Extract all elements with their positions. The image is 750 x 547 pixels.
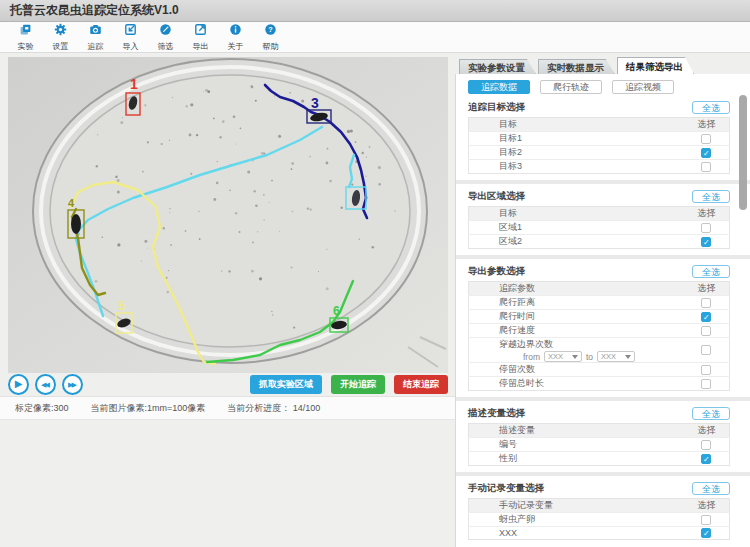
toolbar-help-button[interactable]: ? 帮助 bbox=[253, 22, 288, 52]
table-row: 停留总时长 bbox=[469, 377, 730, 391]
subtab-tracking-video[interactable]: 追踪视频 bbox=[612, 80, 674, 94]
section-divider bbox=[456, 472, 750, 476]
export-icon bbox=[194, 22, 207, 40]
table-row: 爬行速度 bbox=[469, 324, 730, 338]
fast-forward-icon: ▶▶ bbox=[68, 381, 77, 388]
params-table: 追踪参数选择 爬行距离 爬行时间✓ 爬行速度 穿越边界次数 from XXX t… bbox=[468, 281, 730, 391]
table-row: 编号 bbox=[469, 438, 730, 452]
table-row: 蚜虫产卵 bbox=[469, 513, 730, 527]
subtab-crawl-track[interactable]: 爬行轨迹 bbox=[540, 80, 602, 94]
window-title: 托普云农昆虫追踪定位系统V1.0 bbox=[0, 0, 750, 22]
manual-table: 手动记录变量选择 蚜虫产卵 XXX✓ bbox=[468, 498, 730, 540]
section-title-manual: 手动记录变量选择 bbox=[468, 482, 544, 495]
range-from-select[interactable]: XXX bbox=[544, 351, 582, 362]
analysis-progress: 当前分析进度： 14/100 bbox=[227, 402, 320, 415]
info-icon bbox=[229, 22, 242, 40]
range-to-select[interactable]: XXX bbox=[597, 351, 635, 362]
table-row: 爬行时间✓ bbox=[469, 310, 730, 324]
camera-icon bbox=[89, 22, 102, 40]
select-all-regions-button[interactable]: 全选 bbox=[692, 190, 730, 203]
marker-label-1: 1 bbox=[130, 76, 138, 92]
export-type-switch: 追踪数据 爬行轨迹 追踪视频 bbox=[468, 80, 730, 94]
status-bar: 标定像素:300 当前图片像素:1mm=100像素 当前分析进度： 14/100 bbox=[0, 396, 455, 420]
toolbar-about-button[interactable]: 关于 bbox=[218, 22, 253, 52]
settings-gear-icon bbox=[54, 22, 67, 40]
table-row: 目标1 bbox=[469, 132, 730, 146]
calibration-pixels: 标定像素:300 bbox=[15, 402, 69, 415]
table-row: 穿越边界次数 from XXX to XXX bbox=[469, 338, 730, 363]
toolbar-experiment-button[interactable]: 实验 bbox=[8, 22, 43, 52]
capture-region-button[interactable]: 抓取实验区域 bbox=[250, 375, 322, 394]
experiment-icon bbox=[19, 22, 32, 40]
regions-table: 目标选择 区域1 区域2✓ bbox=[468, 206, 730, 249]
app-window: 托普云农昆虫追踪定位系统V1.0 实验 设置 追踪 导入 筛选 导出 关于 bbox=[0, 0, 750, 547]
tab-result-export[interactable]: 结果筛选导出 bbox=[617, 57, 694, 74]
checkbox-aphid-egg[interactable] bbox=[701, 515, 711, 525]
toolbar-settings-button[interactable]: 设置 bbox=[43, 22, 78, 52]
section-title-regions: 导出区域选择 bbox=[468, 190, 525, 203]
checkbox-region1[interactable] bbox=[701, 223, 711, 233]
stop-tracking-button[interactable]: 结束追踪 bbox=[394, 375, 448, 394]
panel-tabbar: 实验参数设置 实时数据显示 结果筛选导出 bbox=[455, 57, 750, 74]
table-row: 区域2✓ bbox=[469, 235, 730, 249]
select-all-params-button[interactable]: 全选 bbox=[692, 265, 730, 278]
play-icon: ▶ bbox=[15, 379, 23, 389]
marker-label-6: 6 bbox=[333, 304, 340, 318]
checkbox-crawl-time[interactable]: ✓ bbox=[701, 312, 711, 322]
rewind-icon: ◀◀ bbox=[41, 381, 50, 388]
section-divider bbox=[456, 255, 750, 259]
caret-down-icon bbox=[572, 355, 578, 359]
tab-realtime-data[interactable]: 实时数据显示 bbox=[538, 59, 615, 74]
table-row: 目标2✓ bbox=[469, 146, 730, 160]
checkbox-target3[interactable] bbox=[701, 162, 711, 172]
descriptive-table: 描述变量选择 编号 性别✓ bbox=[468, 423, 730, 466]
select-all-manual-button[interactable]: 全选 bbox=[692, 482, 730, 495]
import-icon bbox=[124, 22, 137, 40]
panel-content: 追踪数据 爬行轨迹 追踪视频 追踪目标选择 全选 目标选择 目标1 目标2✓ 目… bbox=[455, 74, 750, 547]
checkbox-xxx[interactable]: ✓ bbox=[701, 528, 711, 538]
targets-table: 目标选择 目标1 目标2✓ 目标3 bbox=[468, 117, 730, 174]
checkbox-stay-duration[interactable] bbox=[701, 379, 711, 389]
checkbox-crawl-speed[interactable] bbox=[701, 326, 711, 336]
caret-down-icon bbox=[625, 355, 631, 359]
toolbar-export-button[interactable]: 导出 bbox=[183, 22, 218, 52]
help-icon: ? bbox=[264, 22, 277, 40]
checkbox-id[interactable] bbox=[701, 440, 711, 450]
section-divider bbox=[456, 397, 750, 401]
right-panel: 实验参数设置 实时数据显示 结果筛选导出 追踪数据 爬行轨迹 追踪视频 追踪目标… bbox=[455, 57, 750, 547]
section-title-descriptive: 描述变量选择 bbox=[468, 407, 525, 420]
table-row: 性别✓ bbox=[469, 452, 730, 466]
subtab-tracking-data[interactable]: 追踪数据 bbox=[468, 80, 530, 94]
insect-4 bbox=[71, 214, 81, 234]
rewind-button[interactable]: ◀◀ bbox=[35, 374, 56, 395]
checkbox-gender[interactable]: ✓ bbox=[701, 454, 711, 464]
video-feed: 1 3 4 5 6 bbox=[8, 57, 448, 373]
section-title-targets: 追踪目标选择 bbox=[468, 101, 525, 114]
toolbar-track-button[interactable]: 追踪 bbox=[78, 22, 113, 52]
table-row: XXX✓ bbox=[469, 527, 730, 540]
table-row: 停留次数 bbox=[469, 363, 730, 377]
checkbox-boundary-cross[interactable] bbox=[701, 345, 711, 355]
checkbox-stay-count[interactable] bbox=[701, 365, 711, 375]
checkbox-target1[interactable] bbox=[701, 134, 711, 144]
svg-text:?: ? bbox=[268, 25, 273, 34]
table-row: 目标3 bbox=[469, 160, 730, 174]
filter-pen-icon bbox=[159, 22, 172, 40]
select-all-targets-button[interactable]: 全选 bbox=[692, 101, 730, 114]
checkbox-region2[interactable]: ✓ bbox=[701, 237, 711, 247]
toolbar-import-button[interactable]: 导入 bbox=[113, 22, 148, 52]
select-all-descriptive-button[interactable]: 全选 bbox=[692, 407, 730, 420]
play-button[interactable]: ▶ bbox=[8, 374, 29, 395]
table-row: 爬行距离 bbox=[469, 296, 730, 310]
scrollbar-thumb[interactable] bbox=[739, 95, 747, 210]
checkbox-target2[interactable]: ✓ bbox=[701, 148, 711, 158]
start-tracking-button[interactable]: 开始追踪 bbox=[331, 375, 385, 394]
tab-experiment-params[interactable]: 实验参数设置 bbox=[459, 59, 536, 74]
toolbar-filter-button[interactable]: 筛选 bbox=[148, 22, 183, 52]
marker-label-3: 3 bbox=[311, 95, 319, 111]
table-row: 区域1 bbox=[469, 221, 730, 235]
section-divider bbox=[456, 180, 750, 184]
checkbox-crawl-distance[interactable] bbox=[701, 298, 711, 308]
marker-label-4: 4 bbox=[68, 197, 75, 209]
fast-forward-button[interactable]: ▶▶ bbox=[62, 374, 83, 395]
